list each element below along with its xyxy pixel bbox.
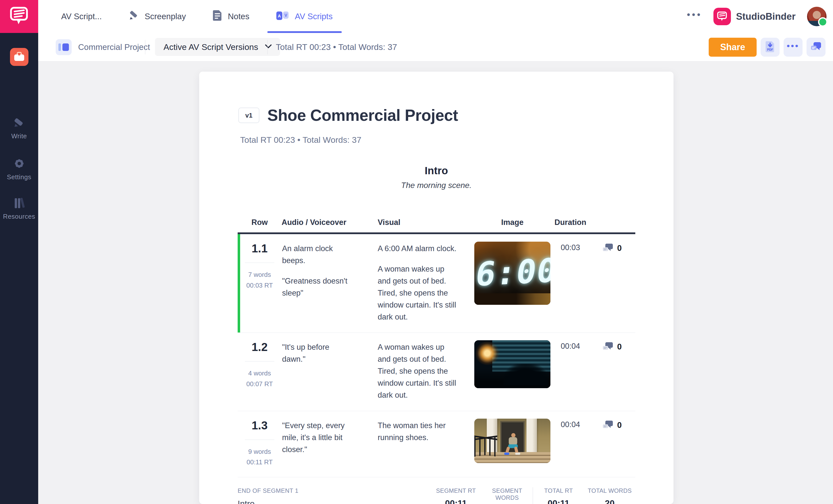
porch-image[interactable]	[474, 418, 550, 463]
duration-cell[interactable]: 00:04	[552, 340, 589, 401]
svg-text:A: A	[278, 14, 281, 19]
duration-cell[interactable]: 00:04	[552, 418, 589, 468]
pdf-download-icon: PDF	[765, 41, 775, 53]
row-number-block: 1.1 7 words 00:03 RT	[238, 242, 282, 323]
end-of-segment-label: END OF SEGMENT 1	[238, 487, 430, 494]
row-id: 1.1	[238, 242, 282, 255]
audio-text: An alarm clock beeps.	[282, 243, 355, 267]
audio-cell[interactable]: An alarm clock beeps. "Greatness doesn't…	[282, 242, 370, 323]
comment-bubbles-icon	[602, 420, 613, 431]
bedroom-image[interactable]	[474, 340, 550, 388]
version-badge: v1	[238, 107, 259, 123]
audio-text: "It's up before dawn."	[282, 341, 355, 365]
briefcase-icon	[10, 48, 28, 66]
stat-total-words: TOTAL WORDS 20	[584, 487, 635, 504]
sidebar-item-label: Settings	[7, 173, 31, 181]
row-runtime: 00:11 RT	[238, 457, 282, 467]
column-header-audio: Audio / Voiceover	[282, 218, 370, 227]
comments-cell[interactable]: 0	[589, 418, 635, 468]
more-actions-button[interactable]: •••	[784, 38, 803, 57]
tab-av-scripts[interactable]: A V AV Scripts	[276, 0, 333, 33]
comments-panel-button[interactable]	[807, 38, 826, 57]
export-pdf-button[interactable]: PDF	[761, 38, 780, 57]
pencil-icon	[129, 10, 139, 22]
row-runtime: 00:03 RT	[238, 280, 282, 291]
image-cell	[473, 418, 552, 468]
comments-cell[interactable]: 0	[589, 340, 635, 401]
comments-cell[interactable]: 0	[589, 242, 635, 323]
studiobinder-logo-button[interactable]	[0, 0, 38, 33]
audio-text: "Every step, every mile, it's a little b…	[282, 419, 355, 456]
project-selector[interactable]: Commercial Project	[56, 33, 150, 61]
tab-label: Screenplay	[145, 12, 186, 21]
sidebar-item-settings[interactable]: Settings	[0, 158, 38, 181]
more-menu-icon[interactable]: •••	[687, 10, 702, 23]
tab-av-script-truncated[interactable]: AV Script...	[61, 0, 102, 33]
segment-description[interactable]: The morning scene.	[199, 181, 673, 190]
stat-label: SEGMENT RT	[430, 487, 481, 494]
toolbar-divider	[145, 40, 145, 54]
row-word-count: 9 words	[238, 446, 282, 457]
row-id: 1.3	[238, 418, 282, 432]
share-button[interactable]: Share	[709, 38, 757, 57]
sleeping-person-decoration	[503, 364, 548, 385]
visual-cell[interactable]: The woman ties her running shoes.	[370, 418, 473, 468]
topbar-right-cluster: ••• StudioBinder	[687, 0, 827, 33]
alarm-clock-image[interactable]: 6:00	[474, 242, 550, 305]
online-status-dot	[818, 17, 828, 27]
segment-name: Intro	[238, 499, 430, 504]
sidebar-item-write[interactable]: Write	[0, 117, 38, 140]
segment-title[interactable]: Intro	[199, 165, 673, 177]
clock-time: 6:00	[474, 251, 550, 293]
sidebar-item-projects[interactable]	[0, 48, 38, 66]
visual-text: A woman wakes up and gets out of bed. Ti…	[378, 263, 457, 323]
project-name: Commercial Project	[78, 43, 150, 52]
clock-ledge-decoration	[474, 293, 550, 305]
visual-cell[interactable]: A 6:00 AM alarm clock. A woman wakes up …	[370, 242, 473, 323]
svg-text:V: V	[285, 13, 287, 18]
comment-count: 0	[617, 243, 622, 253]
page-title[interactable]: Shoe Commercial Project	[267, 106, 458, 125]
speech-bubble-logo-icon	[9, 5, 29, 28]
row-divider	[245, 263, 274, 263]
tab-label: Notes	[228, 12, 249, 21]
document-totals: Total RT 00:23 • Total Words: 37	[240, 135, 673, 145]
script-document-card: v1 Shoe Commercial Project Total RT 00:2…	[199, 72, 673, 504]
toolbar-divider	[267, 40, 268, 54]
column-decoration	[526, 418, 537, 454]
tab-screenplay[interactable]: Screenplay	[129, 0, 186, 33]
table-row[interactable]: 1.2 4 words 00:07 RT "It's up before daw…	[238, 333, 635, 411]
table-row[interactable]: 1.1 7 words 00:03 RT An alarm clock beep…	[238, 234, 635, 333]
version-dropdown[interactable]: Active AV Script Versions	[155, 38, 280, 56]
row-number-block: 1.3 9 words 00:11 RT	[238, 418, 282, 468]
chevron-down-icon	[265, 44, 271, 49]
gear-icon	[14, 158, 25, 170]
sidebar-item-resources[interactable]: Resources	[0, 197, 38, 220]
top-navigation-bar: AV Script... Screenplay	[38, 0, 833, 33]
lamp-glow-decoration	[475, 341, 499, 365]
stat-segment-words: SEGMENT WORDS 20	[481, 487, 533, 504]
railing-decoration	[474, 435, 497, 457]
document-tabs: AV Script... Screenplay	[61, 0, 333, 33]
version-dropdown-value: Active AV Script Versions	[164, 42, 258, 52]
app-window: Write Settings	[0, 0, 833, 504]
duration-cell[interactable]: 00:03	[552, 242, 589, 323]
workspace-name: StudioBinder	[736, 11, 795, 22]
sidebar-item-label: Write	[11, 132, 27, 140]
tab-notes[interactable]: Notes	[213, 0, 249, 33]
visual-cell[interactable]: A woman wakes up and gets out of bed. Ti…	[370, 340, 473, 401]
visual-text: A woman wakes up and gets out of bed. Ti…	[378, 341, 457, 401]
workspace-switcher[interactable]: StudioBinder	[713, 8, 795, 25]
script-toolbar: Commercial Project Active AV Script Vers…	[38, 33, 833, 62]
audio-cell[interactable]: "It's up before dawn."	[282, 340, 370, 401]
comment-bubbles-icon	[602, 243, 613, 254]
audio-text: "Greatness doesn't sleep"	[282, 275, 355, 299]
user-avatar[interactable]	[807, 7, 827, 26]
table-row[interactable]: 1.3 9 words 00:11 RT "Every step, every …	[238, 411, 635, 478]
workspace-logo-icon	[713, 8, 731, 25]
row-id: 1.2	[238, 340, 282, 354]
audio-cell[interactable]: "Every step, every mile, it's a little b…	[282, 418, 370, 468]
row-word-count: 4 words	[238, 368, 282, 379]
column-header-image: Image	[473, 218, 552, 227]
comment-count: 0	[617, 342, 622, 352]
